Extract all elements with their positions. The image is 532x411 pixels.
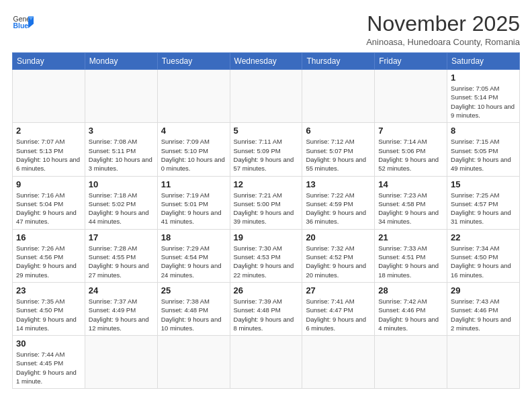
calendar-cell: 3Sunrise: 7:08 AM Sunset: 5:11 PM Daylig…: [85, 123, 157, 176]
calendar-cell: [85, 336, 157, 389]
calendar-cell: 12Sunrise: 7:21 AM Sunset: 5:00 PM Dayli…: [230, 176, 302, 229]
calendar-cell: 19Sunrise: 7:30 AM Sunset: 4:53 PM Dayli…: [230, 229, 302, 282]
col-header-saturday: Saturday: [447, 53, 520, 70]
day-info: Sunrise: 7:33 AM Sunset: 4:51 PM Dayligh…: [378, 244, 443, 279]
logo-icon: General Blue: [12, 12, 34, 34]
calendar-cell: 30Sunrise: 7:44 AM Sunset: 4:45 PM Dayli…: [13, 336, 85, 389]
day-number: 20: [306, 232, 371, 242]
calendar-cell: 24Sunrise: 7:37 AM Sunset: 4:49 PM Dayli…: [85, 282, 157, 335]
day-number: 24: [89, 285, 154, 295]
day-info: Sunrise: 7:08 AM Sunset: 5:11 PM Dayligh…: [89, 137, 154, 173]
day-number: 15: [451, 179, 516, 189]
calendar-cell: 13Sunrise: 7:22 AM Sunset: 4:59 PM Dayli…: [302, 176, 375, 229]
day-info: Sunrise: 7:43 AM Sunset: 4:46 PM Dayligh…: [451, 297, 516, 332]
calendar-cell: [375, 70, 447, 123]
calendar-cell: 23Sunrise: 7:35 AM Sunset: 4:50 PM Dayli…: [13, 282, 85, 335]
day-number: 18: [161, 232, 226, 242]
day-info: Sunrise: 7:14 AM Sunset: 5:06 PM Dayligh…: [378, 137, 443, 173]
calendar: SundayMondayTuesdayWednesdayThursdayFrid…: [12, 52, 520, 389]
day-number: 16: [16, 232, 81, 242]
day-number: 11: [161, 179, 226, 189]
day-number: 25: [161, 285, 226, 295]
col-header-monday: Monday: [85, 53, 157, 70]
day-number: 9: [16, 179, 81, 189]
calendar-cell: [375, 336, 447, 389]
day-info: Sunrise: 7:34 AM Sunset: 4:50 PM Dayligh…: [451, 244, 516, 279]
day-number: 14: [378, 179, 443, 189]
day-number: 5: [234, 126, 299, 136]
day-info: Sunrise: 7:26 AM Sunset: 4:56 PM Dayligh…: [16, 244, 81, 279]
day-info: Sunrise: 7:22 AM Sunset: 4:59 PM Dayligh…: [306, 191, 371, 226]
calendar-cell: [302, 70, 375, 123]
week-row-4: 23Sunrise: 7:35 AM Sunset: 4:50 PM Dayli…: [13, 282, 520, 335]
calendar-cell: 28Sunrise: 7:42 AM Sunset: 4:46 PM Dayli…: [375, 282, 447, 335]
day-info: Sunrise: 7:29 AM Sunset: 4:54 PM Dayligh…: [161, 244, 226, 279]
calendar-cell: 26Sunrise: 7:39 AM Sunset: 4:48 PM Dayli…: [230, 282, 302, 335]
day-number: 13: [306, 179, 371, 189]
day-number: 6: [306, 126, 371, 136]
day-number: 26: [234, 285, 299, 295]
day-info: Sunrise: 7:18 AM Sunset: 5:02 PM Dayligh…: [89, 191, 154, 226]
day-info: Sunrise: 7:42 AM Sunset: 4:46 PM Dayligh…: [378, 297, 443, 332]
day-info: Sunrise: 7:32 AM Sunset: 4:52 PM Dayligh…: [306, 244, 371, 279]
calendar-cell: 29Sunrise: 7:43 AM Sunset: 4:46 PM Dayli…: [447, 282, 520, 335]
calendar-cell: 27Sunrise: 7:41 AM Sunset: 4:47 PM Dayli…: [302, 282, 375, 335]
day-number: 2: [16, 126, 81, 136]
calendar-cell: 8Sunrise: 7:15 AM Sunset: 5:05 PM Daylig…: [447, 123, 520, 176]
day-info: Sunrise: 7:41 AM Sunset: 4:47 PM Dayligh…: [306, 297, 371, 332]
day-info: Sunrise: 7:12 AM Sunset: 5:07 PM Dayligh…: [306, 137, 371, 173]
day-number: 17: [89, 232, 154, 242]
page: General Blue November 2025 Aninoasa, Hun…: [0, 0, 532, 411]
calendar-cell: 5Sunrise: 7:11 AM Sunset: 5:09 PM Daylig…: [230, 123, 302, 176]
calendar-cell: [230, 70, 302, 123]
week-row-3: 16Sunrise: 7:26 AM Sunset: 4:56 PM Dayli…: [13, 229, 520, 282]
calendar-cell: [157, 70, 230, 123]
day-number: 19: [234, 232, 299, 242]
day-info: Sunrise: 7:37 AM Sunset: 4:49 PM Dayligh…: [89, 297, 154, 332]
day-number: 28: [378, 285, 443, 295]
day-number: 4: [161, 126, 226, 136]
day-number: 22: [451, 232, 516, 242]
day-info: Sunrise: 7:35 AM Sunset: 4:50 PM Dayligh…: [16, 297, 81, 332]
calendar-cell: 15Sunrise: 7:25 AM Sunset: 4:57 PM Dayli…: [447, 176, 520, 229]
week-row-1: 2Sunrise: 7:07 AM Sunset: 5:13 PM Daylig…: [13, 123, 520, 176]
day-info: Sunrise: 7:38 AM Sunset: 4:48 PM Dayligh…: [161, 297, 226, 332]
calendar-cell: 7Sunrise: 7:14 AM Sunset: 5:06 PM Daylig…: [375, 123, 447, 176]
col-header-sunday: Sunday: [13, 53, 85, 70]
logo: General Blue: [12, 12, 34, 34]
calendar-cell: 16Sunrise: 7:26 AM Sunset: 4:56 PM Dayli…: [13, 229, 85, 282]
day-info: Sunrise: 7:44 AM Sunset: 4:45 PM Dayligh…: [16, 350, 81, 385]
day-info: Sunrise: 7:15 AM Sunset: 5:05 PM Dayligh…: [451, 137, 516, 173]
col-header-thursday: Thursday: [302, 53, 375, 70]
day-info: Sunrise: 7:07 AM Sunset: 5:13 PM Dayligh…: [16, 137, 81, 173]
day-number: 30: [16, 338, 81, 349]
calendar-cell: 6Sunrise: 7:12 AM Sunset: 5:07 PM Daylig…: [302, 123, 375, 176]
week-row-0: 1Sunrise: 7:05 AM Sunset: 5:14 PM Daylig…: [13, 70, 520, 123]
calendar-cell: 17Sunrise: 7:28 AM Sunset: 4:55 PM Dayli…: [85, 229, 157, 282]
calendar-cell: [230, 336, 302, 389]
day-number: 12: [234, 179, 299, 189]
calendar-cell: 21Sunrise: 7:33 AM Sunset: 4:51 PM Dayli…: [375, 229, 447, 282]
calendar-cell: 9Sunrise: 7:16 AM Sunset: 5:04 PM Daylig…: [13, 176, 85, 229]
subtitle: Aninoasa, Hunedoara County, Romania: [366, 37, 520, 47]
day-info: Sunrise: 7:21 AM Sunset: 5:00 PM Dayligh…: [234, 191, 299, 226]
title-block: November 2025 Aninoasa, Hunedoara County…: [366, 12, 520, 47]
day-info: Sunrise: 7:23 AM Sunset: 4:58 PM Dayligh…: [378, 191, 443, 226]
day-number: 3: [89, 126, 154, 136]
col-header-friday: Friday: [375, 53, 447, 70]
calendar-cell: 18Sunrise: 7:29 AM Sunset: 4:54 PM Dayli…: [157, 229, 230, 282]
calendar-cell: [447, 336, 520, 389]
calendar-cell: 1Sunrise: 7:05 AM Sunset: 5:14 PM Daylig…: [447, 70, 520, 123]
calendar-cell: [302, 336, 375, 389]
calendar-cell: [85, 70, 157, 123]
day-info: Sunrise: 7:05 AM Sunset: 5:14 PM Dayligh…: [451, 84, 516, 120]
day-info: Sunrise: 7:09 AM Sunset: 5:10 PM Dayligh…: [161, 137, 226, 173]
day-number: 21: [378, 232, 443, 242]
day-info: Sunrise: 7:39 AM Sunset: 4:48 PM Dayligh…: [234, 297, 299, 332]
header: General Blue November 2025 Aninoasa, Hun…: [12, 12, 520, 47]
week-row-2: 9Sunrise: 7:16 AM Sunset: 5:04 PM Daylig…: [13, 176, 520, 229]
day-number: 7: [378, 126, 443, 136]
day-info: Sunrise: 7:11 AM Sunset: 5:09 PM Dayligh…: [234, 137, 299, 173]
calendar-cell: 2Sunrise: 7:07 AM Sunset: 5:13 PM Daylig…: [13, 123, 85, 176]
month-title: November 2025: [366, 12, 520, 36]
